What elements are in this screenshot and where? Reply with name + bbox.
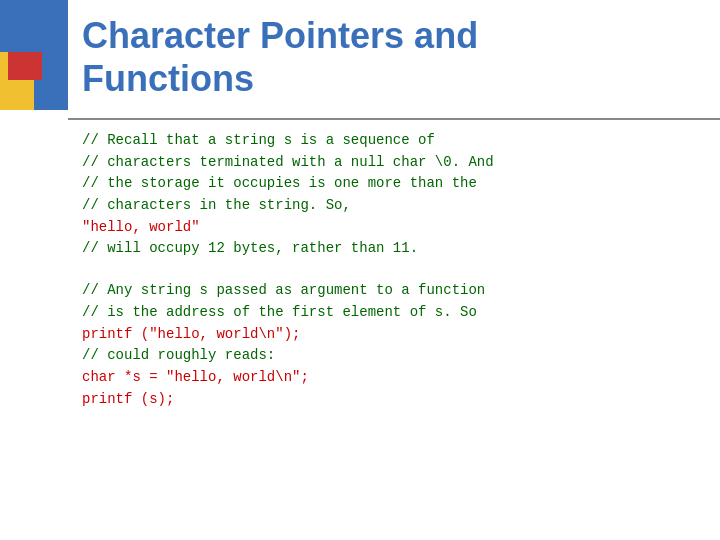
code-line-6: // will occupy 12 bytes, rather than 11. [82, 238, 700, 260]
code-block-2: // Any string s passed as argument to a … [82, 280, 700, 410]
code-line-8: // is the address of the first element o… [82, 302, 700, 324]
title-line2: Functions [82, 57, 478, 100]
page-title: Character Pointers and Functions [82, 14, 478, 100]
code-line-4: // characters in the string. So, [82, 195, 700, 217]
code-section: // Recall that a string s is a sequence … [82, 130, 700, 410]
code-line-2: // characters terminated with a null cha… [82, 152, 700, 174]
code-line-10: // could roughly reads: [82, 345, 700, 367]
decorative-blocks [0, 0, 68, 110]
code-line-3: // the storage it occupies is one more t… [82, 173, 700, 195]
deco-red-block [8, 52, 42, 80]
title-divider [68, 118, 720, 120]
code-line-9: printf ("hello, world\n"); [82, 324, 700, 346]
code-line-1: // Recall that a string s is a sequence … [82, 130, 700, 152]
code-line-12: printf (s); [82, 389, 700, 411]
code-line-11: char *s = "hello, world\n"; [82, 367, 700, 389]
code-line-5: "hello, world" [82, 217, 700, 239]
title-line1: Character Pointers and [82, 14, 478, 57]
code-block-1: // Recall that a string s is a sequence … [82, 130, 700, 260]
code-line-7: // Any string s passed as argument to a … [82, 280, 700, 302]
